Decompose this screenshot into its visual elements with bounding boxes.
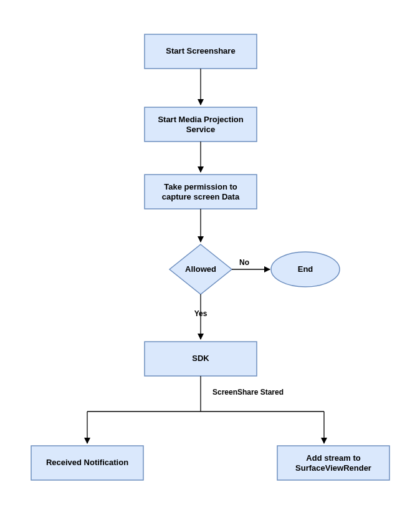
node-received-notification: Received Notification <box>31 446 143 480</box>
node-perm-label1: Take permission to <box>164 182 237 191</box>
node-decision-label: Allowed <box>185 264 216 274</box>
node-end-label: End <box>298 264 313 274</box>
node-received-label: Received Notification <box>46 458 128 467</box>
edge-no-label: No <box>239 258 249 267</box>
edge-yes-label: Yes <box>194 309 208 318</box>
node-decision-allowed: Allowed <box>169 244 232 294</box>
node-media-label2: Service <box>186 125 215 134</box>
node-permission: Take permission to capture screen Data <box>145 175 257 209</box>
node-perm-label2: capture screen Data <box>162 192 240 201</box>
edge-stared-label: ScreenShare Stared <box>212 388 284 397</box>
node-start-screenshare: Start Screenshare <box>145 34 257 69</box>
node-add-stream: Add stream to SurfaceViewRender <box>277 446 389 480</box>
node-media-label1: Start Media Projection <box>158 115 243 124</box>
node-sdk-label: SDK <box>192 354 209 363</box>
node-end: End <box>271 252 340 287</box>
node-start-label: Start Screenshare <box>166 46 235 55</box>
node-add-label1: Add stream to <box>306 453 360 463</box>
node-sdk: SDK <box>145 342 257 376</box>
node-add-label2: SurfaceViewRender <box>295 463 371 473</box>
node-media-projection: Start Media Projection Service <box>145 107 257 142</box>
